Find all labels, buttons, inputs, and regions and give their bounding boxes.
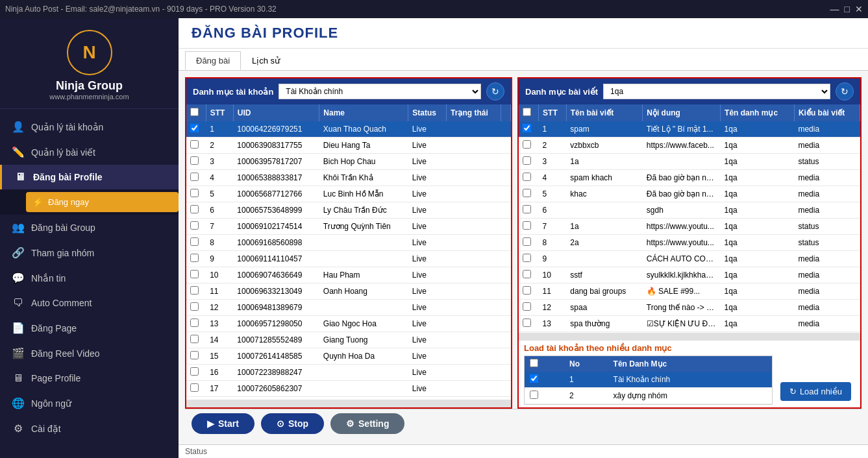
sidebar-item-auto-comment[interactable]: 🗨 Auto Comment (0, 291, 179, 315)
sidebar-item-dang-reel-video[interactable]: 🎬 Đăng Reel Video (0, 341, 179, 366)
row-check[interactable] (186, 283, 206, 300)
horizontal-scrollbar-accounts[interactable] (186, 400, 511, 407)
table-row[interactable]: 4 100065388833817 Khôi Trần Khả Live (186, 170, 511, 186)
row-check[interactable] (186, 202, 206, 219)
table-row[interactable]: 8 2a https://www.youtu... 1qa status (519, 235, 860, 251)
row-check[interactable] (519, 316, 539, 332)
table-row[interactable]: 6 sgdh 1qa media (519, 202, 860, 219)
table-row[interactable]: 9 100069114110457 Live (186, 251, 511, 267)
sidebar-item-cai-dat[interactable]: ⚙ Cài đặt (0, 416, 179, 441)
table-row[interactable]: 8 100069168560898 Live (186, 235, 511, 251)
setting-button[interactable]: ⚙ Setting (330, 413, 404, 434)
table-row[interactable]: 16 100072238988247 Live (186, 365, 511, 381)
row-check[interactable] (186, 186, 206, 202)
sidebar-item-dang-bai-profile[interactable]: 🖥 Đăng bài Profile (0, 165, 179, 189)
minimize-btn[interactable]: — (830, 4, 839, 14)
list-item[interactable]: 1 Tài Khoản chính (525, 372, 772, 388)
select-all-posts[interactable] (523, 108, 531, 116)
row-check[interactable] (519, 251, 539, 267)
row-check[interactable] (186, 121, 206, 138)
refresh-account-btn[interactable]: ↻ (486, 82, 504, 101)
sidebar-item-page-profile[interactable]: 🖥 Page Profile (0, 366, 179, 391)
table-row[interactable]: 3 100063957817207 Bich Hop Chau Live (186, 154, 511, 170)
sidebar-item-quan-ly-bai-viet[interactable]: ✏️ Quản lý bài viết (0, 139, 179, 165)
table-row[interactable]: 6 100065753648999 Ly Châu Trần Đức Live (186, 202, 511, 219)
table-row[interactable]: 10 sstf syulkklkl.kjlkhkhan... 1qa media (519, 267, 860, 283)
sidebar-item-ngon-ngu[interactable]: 🌐 Ngôn ngữ (0, 391, 179, 416)
sidebar-item-tham-gia-nhom[interactable]: 🔗 Tham gia nhóm (0, 240, 179, 265)
row-check[interactable] (519, 186, 539, 202)
table-row[interactable]: 5 100065687712766 Luc Binh Hồ Mẫn Live (186, 186, 511, 202)
row-check[interactable] (519, 121, 539, 138)
row-check[interactable] (186, 251, 206, 267)
select-all-load[interactable] (530, 359, 538, 367)
sidebar-item-dang-bai-group[interactable]: 👥 Đăng bài Group (0, 215, 179, 240)
row-check[interactable] (519, 300, 539, 316)
post-category-dropdown[interactable]: 1qa (603, 84, 830, 99)
table-row[interactable]: 14 100071285552489 Giang Tuong Live (186, 332, 511, 348)
sidebar-item-dang-page[interactable]: 📄 Đăng Page (0, 315, 179, 341)
table-row[interactable]: 13 100069571298050 Giao Ngoc Hoa Live (186, 316, 511, 332)
row-check[interactable] (186, 170, 206, 186)
table-row[interactable]: 10 100069074636649 Hau Pham Live (186, 267, 511, 283)
row-check[interactable] (186, 219, 206, 235)
table-row[interactable]: 3 1a 1qa status (519, 154, 860, 170)
table-row[interactable]: 7 100069102174514 Trương Quỳnh Tiên Live (186, 219, 511, 235)
table-row[interactable]: 17 100072605862307 Live (186, 381, 511, 397)
table-row[interactable]: 13 spa thường ☑SỰ KIỆN ƯU ĐÃ... 1qa medi… (519, 316, 860, 332)
table-row[interactable]: 1 spam Tiết Lộ " Bí mật 1... 1qa media (519, 121, 860, 138)
row-check[interactable] (519, 138, 539, 154)
stop-button[interactable]: ⊙ Stop (261, 413, 324, 434)
row-check[interactable] (519, 170, 539, 186)
row-check[interactable] (186, 348, 206, 365)
start-button[interactable]: ▶ Start (192, 413, 254, 434)
row-check[interactable] (186, 300, 206, 316)
table-row[interactable]: 5 khac Đã bao giờ bạn ng... 1qa media (519, 186, 860, 202)
table-row[interactable]: 12 spaa Trong thế nào -> n... 1qa media (519, 300, 860, 316)
table-row[interactable]: 11 dang bai groups 🔥 SALE #99... 1qa med… (519, 283, 860, 300)
row-check[interactable] (186, 332, 206, 348)
row-check[interactable] (186, 235, 206, 251)
table-row[interactable]: 4 spam khach Đã bao giờ bạn ng... 1qa me… (519, 170, 860, 186)
sidebar-item-nhan-tin[interactable]: 💬 Nhắn tin (0, 265, 179, 291)
row-ten-danh-muc: 1qa (721, 300, 795, 316)
table-row[interactable]: 11 100069633213049 Oanh Hoang Live (186, 283, 511, 300)
table-row[interactable]: 9 CÁCH AUTO COM... 1qa media (519, 251, 860, 267)
sidebar-subitem-dang-ngay[interactable]: ⚡ Đăng ngay (26, 192, 179, 212)
row-stt: 4 (539, 170, 567, 186)
close-btn[interactable]: ✕ (855, 4, 863, 14)
row-check[interactable] (519, 267, 539, 283)
table-row[interactable]: 2 100063908317755 Dieu Hang Ta Live (186, 138, 511, 154)
load-row-check[interactable] (525, 372, 564, 388)
load-row-check[interactable] (525, 388, 564, 404)
row-check[interactable] (186, 154, 206, 170)
maximize-btn[interactable]: □ (845, 4, 850, 14)
row-check[interactable] (186, 365, 206, 381)
sidebar-item-quan-ly-tai-khoan[interactable]: 👤 Quản lý tài khoản (0, 114, 179, 139)
select-all-accounts[interactable] (190, 108, 199, 116)
table-row[interactable]: 2 vzbbxcb https://www.faceb... 1qa media (519, 138, 860, 154)
refresh-post-btn[interactable]: ↻ (836, 82, 854, 101)
list-item[interactable]: 2 xây dựng nhóm (525, 388, 772, 404)
row-check[interactable] (519, 283, 539, 300)
row-check[interactable] (186, 381, 206, 397)
account-category-dropdown[interactable]: Tài Khoản chính (279, 84, 481, 99)
account-table-wrapper[interactable]: STT UID Name Status Trạng thái 1 1000642… (186, 104, 511, 400)
tab-lich-su[interactable]: Lịch sử (241, 51, 291, 70)
row-check[interactable] (519, 235, 539, 251)
horizontal-scrollbar-posts[interactable] (519, 333, 860, 341)
load-nhieu-btn[interactable]: ↻ Load nhiều (780, 382, 851, 401)
table-row[interactable]: 15 100072614148585 Quynh Hoa Da Live (186, 348, 511, 365)
table-row[interactable]: 1 100064226979251 Xuan Thao Quach Live (186, 121, 511, 138)
row-check[interactable] (186, 316, 206, 332)
window-controls[interactable]: — □ ✕ (830, 4, 863, 14)
row-check[interactable] (519, 154, 539, 170)
table-row[interactable]: 7 1a https://www.youtu... 1qa status (519, 219, 860, 235)
row-check[interactable] (519, 202, 539, 219)
row-check[interactable] (186, 267, 206, 283)
table-row[interactable]: 12 100069481389679 Live (186, 300, 511, 316)
post-table-wrapper[interactable]: STT Tên bài viết Nội dung Tên danh mục K… (519, 104, 860, 333)
tab-dang-bai[interactable]: Đăng bài (185, 51, 241, 70)
row-check[interactable] (519, 219, 539, 235)
row-check[interactable] (186, 138, 206, 154)
